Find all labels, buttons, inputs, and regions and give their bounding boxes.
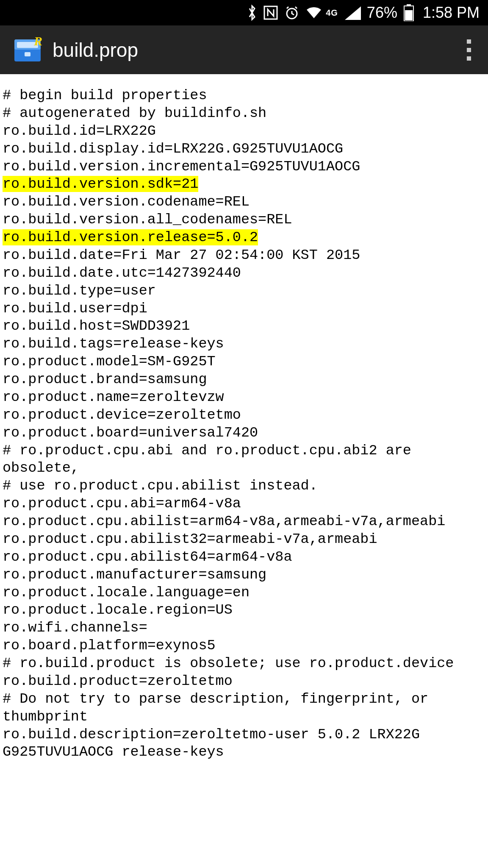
file-content[interactable]: # begin build properties # autogenerated… <box>0 74 488 868</box>
file-line: # use ro.product.cpu.abilist instead. <box>3 478 318 494</box>
file-line: ro.product.model=SM-G925T <box>3 353 216 370</box>
file-line: ro.build.product=zeroltetmo <box>3 673 233 689</box>
svg-rect-4 <box>405 10 413 20</box>
file-line: ro.build.id=LRX22G <box>3 123 156 139</box>
file-line: ro.product.board=universal7420 <box>3 425 258 441</box>
file-line: ro.build.type=user <box>3 283 156 299</box>
battery-icon <box>403 4 414 21</box>
file-line: ro.build.description=zeroltetmo-user 5.0… <box>3 726 428 760</box>
file-line: # begin build properties <box>3 87 207 103</box>
svg-rect-8 <box>25 52 30 56</box>
file-line: ro.product.cpu.abilist32=armeabi-v7a,arm… <box>3 531 377 547</box>
file-line: ro.product.name=zeroltevzw <box>3 389 224 405</box>
file-line: ro.product.brand=samsung <box>3 371 207 387</box>
svg-text:R: R <box>33 35 42 48</box>
file-line: ro.product.locale.language=en <box>3 584 250 601</box>
file-line: ro.build.version.release=5.0.2 <box>3 229 258 245</box>
file-line: # ro.build.product is obsolete; use ro.p… <box>3 655 454 671</box>
app-bar: R build.prop <box>0 25 488 74</box>
file-line: ro.product.cpu.abi=arm64-v8a <box>3 495 241 512</box>
file-line: ro.build.date.utc=1427392440 <box>3 265 241 281</box>
file-line: ro.build.tags=release-keys <box>3 336 224 352</box>
status-clock: 1:58 PM <box>423 4 480 22</box>
alarm-icon <box>284 5 299 20</box>
signal-icon <box>344 6 361 20</box>
app-icon: R <box>13 35 42 65</box>
file-line: # Do not try to parse description, finge… <box>3 691 437 725</box>
nfc-icon <box>263 5 278 20</box>
file-line: ro.product.locale.region=US <box>3 602 233 618</box>
status-icons: 4G 76% 1:58 PM <box>247 4 480 22</box>
file-line: ro.build.user=dpi <box>3 300 147 317</box>
battery-percent: 76% <box>367 4 397 22</box>
file-line: ro.build.version.sdk=21 <box>3 176 198 192</box>
file-line: ro.build.host=SWDD3921 <box>3 318 190 334</box>
file-line: # autogenerated by buildinfo.sh <box>3 105 266 121</box>
file-line: # ro.product.cpu.abi and ro.product.cpu.… <box>3 442 420 476</box>
file-line: ro.build.version.all_codenames=REL <box>3 211 292 228</box>
file-line: ro.build.version.incremental=G925TUVU1AO… <box>3 159 360 175</box>
status-bar: 4G 76% 1:58 PM <box>0 0 488 25</box>
app-title: build.prop <box>53 39 138 61</box>
network-type-label: 4G <box>326 8 338 18</box>
bluetooth-icon <box>247 4 257 21</box>
file-line: ro.wifi.channels= <box>3 620 147 636</box>
overflow-menu-button[interactable] <box>467 39 471 61</box>
file-line: ro.build.date=Fri Mar 27 02:54:00 KST 20… <box>3 247 360 263</box>
file-line: ro.board.platform=exynos5 <box>3 637 216 654</box>
file-line: ro.product.cpu.abilist=arm64-v8a,armeabi… <box>3 513 445 529</box>
file-line: ro.build.version.codename=REL <box>3 194 250 210</box>
wifi-icon <box>305 6 322 20</box>
file-line: ro.product.manufacturer=samsung <box>3 567 266 583</box>
file-line: ro.product.device=zeroltetmo <box>3 407 241 423</box>
file-line: ro.build.display.id=LRX22G.G925TUVU1AOCG <box>3 141 343 157</box>
file-line: ro.product.cpu.abilist64=arm64-v8a <box>3 549 292 565</box>
